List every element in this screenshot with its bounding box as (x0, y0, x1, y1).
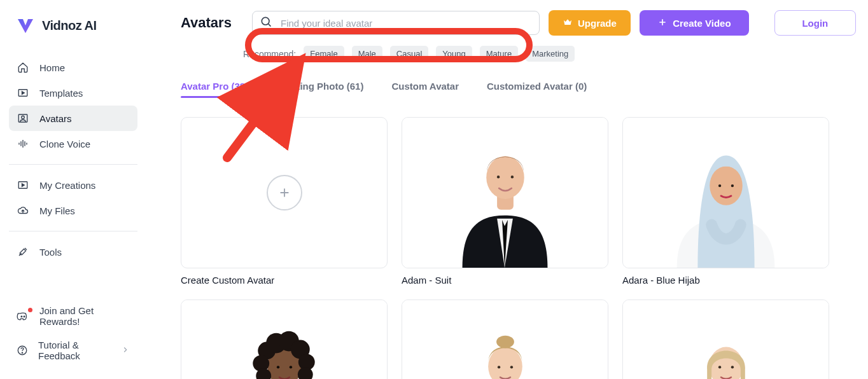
card-avatar-6 (622, 300, 829, 379)
svg-point-16 (718, 184, 721, 187)
chevron-right-icon (121, 345, 130, 356)
card-avatar-4 (181, 300, 388, 379)
sidebar-item-home[interactable]: Home (9, 55, 137, 80)
sidebar-item-label: My Files (39, 205, 75, 216)
sidebar-item-label: Join and Get Rewards! (39, 305, 130, 327)
crown-icon (563, 17, 573, 29)
avatar-tile[interactable] (622, 117, 829, 268)
sidebar-item-label: My Creations (39, 180, 95, 191)
play-icon (17, 179, 29, 191)
card-adara-hijab: Adara - Blue Hijab (622, 117, 829, 286)
sidebar-footer: Join and Get Rewards! Tutorial & Feedbac… (9, 299, 137, 368)
divider (9, 231, 137, 231)
svg-point-30 (290, 366, 292, 368)
svg-point-17 (731, 184, 734, 187)
logo-text: Vidnoz AI (42, 18, 97, 33)
svg-point-12 (497, 176, 500, 178)
card-label: Adara - Blue Hijab (622, 275, 829, 286)
svg-point-35 (498, 366, 500, 368)
cloud-upload-icon (17, 204, 29, 217)
button-label: Upgrade (578, 18, 617, 29)
svg-point-11 (486, 156, 524, 198)
avatar-tile[interactable] (622, 300, 829, 379)
sidebar-item-my-files[interactable]: My Files (9, 198, 137, 223)
sidebar-item-my-creations[interactable]: My Creations (9, 172, 137, 198)
avatar-image (623, 300, 829, 379)
home-icon (17, 61, 29, 74)
sidebar-item-tutorial[interactable]: Tutorial & Feedback (9, 333, 137, 368)
avatar-image (181, 300, 387, 379)
avatar-tile[interactable] (181, 300, 388, 379)
recommend-row: Recommend: Female Male Casual Young Matu… (243, 46, 846, 62)
svg-point-36 (510, 366, 513, 368)
login-button[interactable]: Login (774, 10, 856, 36)
tag-casual[interactable]: Casual (390, 46, 428, 62)
sidebar-item-label: Home (39, 62, 65, 73)
svg-point-7 (22, 352, 22, 353)
button-label: Login (802, 18, 828, 29)
card-label: Adam - Suit (402, 275, 608, 286)
avatar-tile[interactable] (402, 300, 608, 379)
svg-point-2 (22, 116, 25, 119)
logo-icon (15, 15, 36, 36)
sidebar-item-label: Tutorial & Feedback (38, 340, 111, 361)
logo[interactable]: Vidnoz AI (9, 11, 137, 51)
svg-point-34 (496, 336, 514, 348)
templates-icon (17, 86, 29, 99)
sidebar-item-tools[interactable]: Tools (9, 239, 137, 265)
avatar-image (623, 118, 829, 268)
tab-customized-avatar[interactable]: Customized Avatar (0) (487, 81, 587, 98)
search-input[interactable] (252, 11, 540, 35)
tag-male[interactable]: Male (352, 46, 382, 62)
sidebar-item-label: Templates (39, 88, 83, 99)
sidebar-item-rewards[interactable]: Join and Get Rewards! (9, 299, 137, 333)
tab-custom-avatar[interactable]: Custom Avatar (391, 81, 459, 98)
svg-point-8 (262, 17, 269, 25)
avatar-grid: Create Custom Avatar (181, 117, 846, 379)
tag-young[interactable]: Young (436, 46, 472, 62)
recommend-label: Recommend: (243, 49, 296, 59)
sidebar-item-label: Tools (39, 247, 62, 258)
nav-group-tools: Tools (9, 235, 137, 268)
create-custom-avatar-tile[interactable] (181, 117, 388, 268)
tabs: Avatar Pro (381) Talking Photo (61) Cust… (181, 81, 846, 98)
plus-icon (657, 17, 668, 29)
discord-icon (17, 310, 29, 322)
upgrade-button[interactable]: Upgrade (549, 10, 631, 36)
sidebar-item-templates[interactable]: Templates (9, 80, 137, 106)
tag-marketing[interactable]: Marketing (526, 46, 575, 62)
plus-circle-icon (267, 175, 302, 210)
button-label: Create Video (673, 18, 731, 29)
card-label: Create Custom Avatar (181, 275, 388, 286)
sidebar-item-label: Avatars (39, 113, 72, 124)
header-row: Avatars Upgrade Create Video Login (181, 10, 846, 36)
card-create-custom: Create Custom Avatar (181, 117, 388, 286)
sidebar: Vidnoz AI Home Templates Avatars Clone V… (0, 0, 146, 379)
tab-talking-photo[interactable]: Talking Photo (61) (282, 81, 364, 98)
search (252, 11, 540, 35)
nav-group-main: Home Templates Avatars Clone Voice (9, 51, 137, 160)
card-adam-suit: Adam - Suit (402, 117, 608, 286)
svg-point-41 (731, 366, 734, 368)
tab-avatar-pro[interactable]: Avatar Pro (381) (181, 81, 254, 98)
svg-point-40 (718, 366, 721, 368)
voice-icon (17, 137, 29, 150)
avatar-image (402, 300, 608, 379)
page-title: Avatars (181, 15, 228, 31)
search-icon (260, 15, 272, 31)
sidebar-item-avatars[interactable]: Avatars (9, 106, 137, 131)
avatars-icon (17, 112, 29, 125)
create-video-button[interactable]: Create Video (640, 10, 749, 36)
help-icon (17, 344, 28, 357)
svg-point-5 (24, 316, 25, 317)
divider (9, 164, 137, 165)
svg-point-4 (21, 316, 22, 317)
sidebar-item-clone-voice[interactable]: Clone Voice (9, 131, 137, 156)
main: Avatars Upgrade Create Video Login Recom… (146, 0, 868, 379)
tag-mature[interactable]: Mature (480, 46, 518, 62)
avatar-tile[interactable] (402, 117, 608, 268)
svg-point-13 (511, 176, 514, 178)
nav-group-my: My Creations My Files (9, 169, 137, 227)
svg-point-29 (277, 366, 279, 368)
tag-female[interactable]: Female (304, 46, 344, 62)
